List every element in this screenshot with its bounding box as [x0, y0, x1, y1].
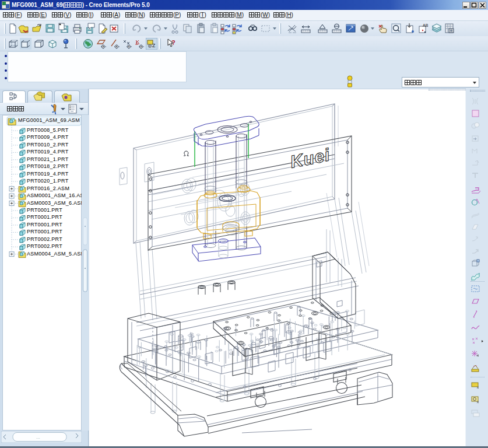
svg-text:Kuei: Kuei	[289, 145, 332, 172]
svg-text:Z: Z	[152, 43, 156, 48]
svg-text:...: ...	[36, 435, 40, 440]
svg-text:?: ?	[171, 39, 175, 46]
svg-text:AB: AB	[423, 23, 429, 27]
